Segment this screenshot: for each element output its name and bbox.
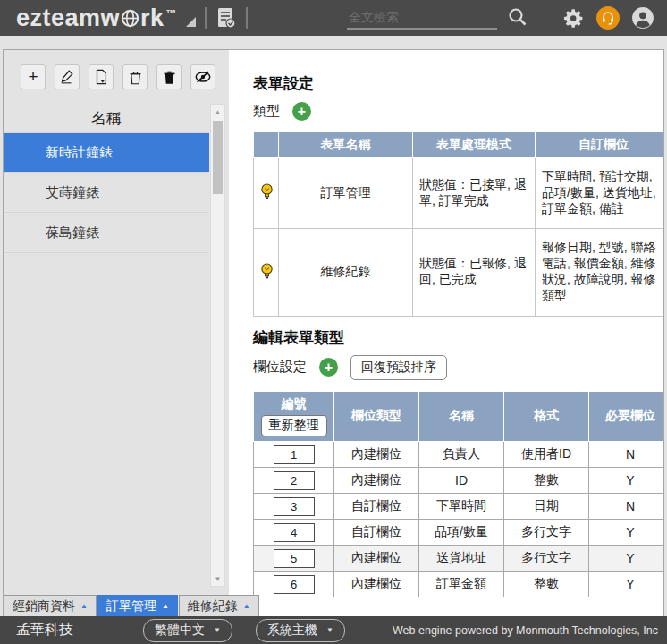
user-profile-icon[interactable] — [631, 6, 654, 30]
cell-form-name: 維修紀錄 — [279, 228, 413, 316]
cell-field-type: 內建欄位 — [334, 442, 419, 468]
column-header-number: 編號 重新整理 — [254, 392, 334, 442]
table-row[interactable]: 4 自訂欄位 品項/數量 多行文字 Y — [254, 520, 663, 546]
dealer-list: 新時計鐘錶 艾蒔鐘錶 葆島鐘錶 — [4, 132, 209, 253]
cell-required: Y — [589, 520, 663, 546]
scrollbar-thumb[interactable] — [213, 121, 223, 194]
settings-gear-icon[interactable] — [561, 6, 585, 30]
add-type-button[interactable]: + — [292, 102, 311, 121]
add-field-button[interactable]: + — [319, 358, 338, 377]
search-icon[interactable] — [508, 7, 528, 30]
scroll-up-icon[interactable]: ▲ — [211, 105, 224, 119]
table-row[interactable]: 5 內建欄位 送貨地址 多行文字 Y — [254, 546, 663, 572]
sidebar-header-name: 名稱 — [4, 104, 209, 132]
copy-document-icon[interactable] — [89, 64, 114, 89]
list-item-dealer[interactable]: 新時計鐘錶 — [4, 132, 209, 173]
host-select[interactable]: 系統主機 ▼ — [256, 619, 345, 642]
table-row[interactable]: 6 內建欄位 訂單金額 整數 Y — [254, 572, 663, 597]
table-row[interactable]: 維修紀錄 狀態值：已報修, 退回, 已完成 報修日期, 型號, 聯絡電話, 報價… — [254, 228, 663, 316]
tab-dealer-data[interactable]: 經銷商資料 ▲ — [4, 595, 97, 616]
delete-outline-icon[interactable] — [122, 64, 148, 89]
form-check-document-icon[interactable] — [215, 6, 237, 30]
chevron-down-icon: ▼ — [214, 626, 221, 634]
lightbulb-icon — [254, 228, 279, 316]
delete-filled-icon[interactable] — [156, 64, 182, 89]
section-title-form-settings: 表單設定 — [253, 73, 650, 94]
language-select[interactable]: 繁體中文 ▼ — [143, 619, 232, 642]
cell-process-mode: 狀態值：已報修, 退回, 已完成 — [413, 228, 536, 316]
column-header-custom-fields: 自訂欄位 — [536, 132, 663, 157]
cell-form-name: 訂單管理 — [279, 157, 413, 228]
search-input[interactable] — [347, 8, 497, 30]
hide-eye-icon[interactable] — [190, 64, 215, 89]
refresh-button[interactable]: 重新整理 — [261, 415, 327, 436]
table-row[interactable]: 3 自訂欄位 下單時間 日期 N — [254, 494, 663, 520]
order-number-input[interactable]: 4 — [274, 523, 315, 542]
order-number-input[interactable]: 2 — [274, 471, 315, 490]
cell-custom-fields: 報修日期, 型號, 聯絡電話, 報價金額, 維修狀況, 故障說明, 報修類型 — [536, 228, 663, 316]
cell-process-mode: 狀態值：已接單, 退單, 訂單完成 — [413, 157, 536, 228]
column-header-name: 名稱 — [419, 392, 504, 442]
divider — [205, 7, 207, 29]
edit-icon[interactable] — [55, 64, 80, 89]
table-row[interactable]: 訂單管理 狀態值：已接單, 退單, 訂單完成 下單時間, 預計交期, 品項/數量… — [254, 157, 663, 228]
engine-credit: Web engine powered by Monmouth Technolog… — [393, 624, 658, 637]
column-header-empty — [254, 132, 279, 157]
order-number-input[interactable]: 3 — [274, 497, 315, 516]
cell-format: 整數 — [504, 572, 589, 597]
order-number-input[interactable]: 5 — [274, 549, 315, 568]
tab-label: 訂單管理 — [106, 598, 156, 614]
cell-format: 使用者ID — [504, 442, 589, 468]
order-number-input[interactable]: 6 — [274, 575, 315, 594]
order-number-input[interactable]: 1 — [274, 445, 315, 464]
type-label: 類型 — [253, 103, 280, 120]
tab-label: 經銷商資料 — [13, 598, 75, 614]
main-panel: 表單設定 類型 + 表單名稱 表單處理模式 自訂欄位 訂單管理 狀態值：已接單,… — [229, 50, 663, 616]
plus-glyph: + — [28, 67, 38, 87]
divider — [246, 7, 248, 29]
table-header-row: 表單名稱 表單處理模式 自訂欄位 — [254, 132, 663, 157]
list-item-dealer[interactable]: 葆島鐘錶 — [4, 213, 209, 253]
cell-custom-fields: 下單時間, 預計交期, 品項/數量, 送貨地址, 訂單金額, 備註 — [536, 157, 663, 228]
column-header-process-mode: 表單處理模式 — [413, 132, 536, 157]
section-title-edit-form-type: 編輯表單類型 — [253, 327, 650, 348]
cell-required: N — [589, 494, 663, 520]
field-settings-label: 欄位設定 — [253, 359, 307, 376]
host-select-value: 系統主機 — [267, 623, 317, 639]
column-header-field-type: 欄位類型 — [334, 392, 419, 442]
language-select-value: 繁體中文 — [155, 623, 205, 639]
cell-field-name: ID — [419, 468, 504, 494]
top-header: ezteamw rk ™ — [0, 0, 667, 36]
scroll-down-icon[interactable]: ▼ — [211, 572, 224, 586]
search-area — [347, 7, 528, 30]
cell-field-type: 內建欄位 — [334, 468, 419, 494]
cell-required: Y — [589, 546, 663, 572]
cell-field-name: 送貨地址 — [419, 546, 504, 572]
cell-field-name: 負責人 — [419, 442, 504, 468]
lightbulb-icon — [254, 157, 279, 228]
cell-field-type: 內建欄位 — [334, 546, 419, 572]
add-icon[interactable]: + — [21, 64, 46, 89]
column-header-format: 格式 — [504, 392, 589, 442]
cell-format: 日期 — [504, 494, 589, 520]
list-item-dealer[interactable]: 艾蒔鐘錶 — [4, 173, 209, 213]
cell-format: 多行文字 — [504, 546, 589, 572]
tab-arrow-icon: ▲ — [162, 602, 169, 610]
sidebar-scrollbar[interactable]: ▲ ▼ — [210, 104, 225, 587]
column-header-form-name: 表單名稱 — [279, 132, 413, 157]
field-list-table: 編號 重新整理 欄位類型 名稱 格式 必要欄位 1 內建欄位 負責人 使用者ID… — [253, 392, 663, 598]
tab-repair-records[interactable]: 維修紀錄 ▲ — [179, 595, 259, 616]
column-header-required: 必要欄位 — [589, 392, 663, 442]
tab-arrow-icon: ▲ — [243, 602, 250, 610]
table-row[interactable]: 1 內建欄位 負責人 使用者ID N — [254, 442, 663, 468]
tab-order-management[interactable]: 訂單管理 ▲ — [97, 595, 178, 616]
cell-field-type: 自訂欄位 — [334, 520, 419, 546]
company-name: 孟華科技 — [16, 621, 73, 640]
table-row[interactable]: 2 內建欄位 ID 整數 Y — [254, 468, 663, 494]
restore-default-order-button[interactable]: 回復預設排序 — [350, 355, 447, 380]
globe-icon — [121, 6, 139, 34]
status-bar: 孟華科技 繁體中文 ▼ 系統主機 ▼ Web engine powered by… — [0, 616, 667, 644]
support-headset-icon[interactable] — [596, 6, 620, 30]
logo-trademark: ™ — [166, 7, 178, 20]
cell-format: 整數 — [504, 468, 589, 494]
